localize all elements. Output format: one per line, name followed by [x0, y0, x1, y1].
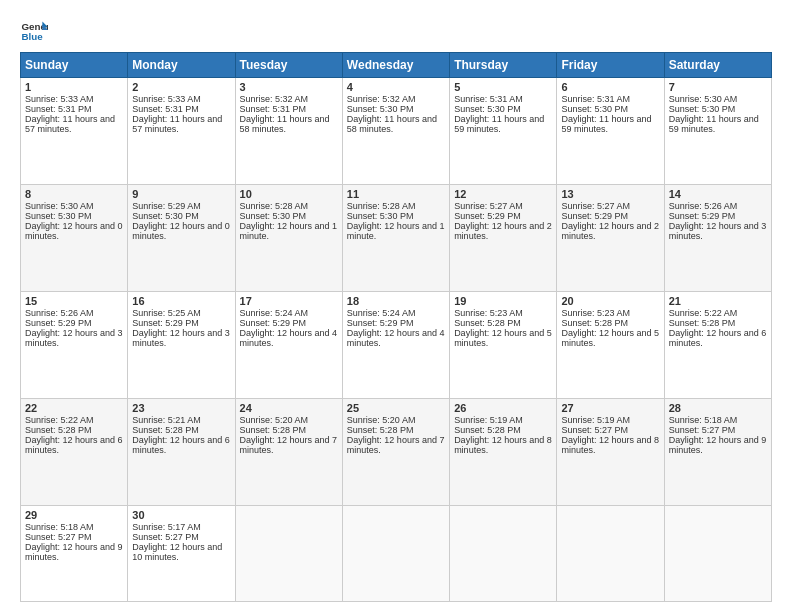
calendar-cell: 22Sunrise: 5:22 AMSunset: 5:28 PMDayligh… [21, 398, 128, 505]
day-number: 23 [132, 402, 230, 414]
day-info: Daylight: 11 hours and 59 minutes. [561, 114, 659, 134]
day-number: 22 [25, 402, 123, 414]
day-number: 14 [669, 188, 767, 200]
day-info: Sunset: 5:30 PM [25, 211, 123, 221]
day-info: Sunset: 5:30 PM [347, 211, 445, 221]
calendar-cell: 19Sunrise: 5:23 AMSunset: 5:28 PMDayligh… [450, 291, 557, 398]
day-info: Sunrise: 5:30 AM [669, 94, 767, 104]
day-info: Sunset: 5:31 PM [132, 104, 230, 114]
day-info: Daylight: 12 hours and 9 minutes. [25, 542, 123, 562]
day-number: 28 [669, 402, 767, 414]
calendar-cell: 6Sunrise: 5:31 AMSunset: 5:30 PMDaylight… [557, 78, 664, 185]
day-info: Daylight: 12 hours and 1 minute. [240, 221, 338, 241]
page: General Blue SundayMondayTuesdayWednesda… [0, 0, 792, 612]
calendar-cell [557, 505, 664, 601]
day-info: Sunset: 5:28 PM [454, 318, 552, 328]
day-info: Sunset: 5:30 PM [240, 211, 338, 221]
calendar-cell: 28Sunrise: 5:18 AMSunset: 5:27 PMDayligh… [664, 398, 771, 505]
day-number: 21 [669, 295, 767, 307]
calendar-cell: 10Sunrise: 5:28 AMSunset: 5:30 PMDayligh… [235, 184, 342, 291]
calendar-cell: 9Sunrise: 5:29 AMSunset: 5:30 PMDaylight… [128, 184, 235, 291]
day-info: Sunrise: 5:18 AM [25, 522, 123, 532]
day-number: 18 [347, 295, 445, 307]
calendar-cell: 20Sunrise: 5:23 AMSunset: 5:28 PMDayligh… [557, 291, 664, 398]
day-info: Sunset: 5:29 PM [561, 211, 659, 221]
logo: General Blue [20, 16, 52, 44]
day-info: Sunset: 5:30 PM [454, 104, 552, 114]
day-info: Sunset: 5:30 PM [132, 211, 230, 221]
calendar-cell: 14Sunrise: 5:26 AMSunset: 5:29 PMDayligh… [664, 184, 771, 291]
day-info: Sunrise: 5:25 AM [132, 308, 230, 318]
day-info: Sunset: 5:28 PM [132, 425, 230, 435]
day-info: Daylight: 12 hours and 8 minutes. [454, 435, 552, 455]
day-header-wednesday: Wednesday [342, 53, 449, 78]
day-info: Sunrise: 5:22 AM [25, 415, 123, 425]
day-info: Sunrise: 5:28 AM [240, 201, 338, 211]
day-info: Sunset: 5:28 PM [240, 425, 338, 435]
day-number: 10 [240, 188, 338, 200]
day-info: Sunset: 5:30 PM [347, 104, 445, 114]
day-number: 12 [454, 188, 552, 200]
day-number: 13 [561, 188, 659, 200]
day-info: Daylight: 12 hours and 6 minutes. [25, 435, 123, 455]
day-info: Daylight: 11 hours and 57 minutes. [132, 114, 230, 134]
day-info: Sunrise: 5:28 AM [347, 201, 445, 211]
day-info: Sunrise: 5:32 AM [240, 94, 338, 104]
calendar-cell: 30Sunrise: 5:17 AMSunset: 5:27 PMDayligh… [128, 505, 235, 601]
day-info: Sunset: 5:30 PM [561, 104, 659, 114]
week-row-3: 22Sunrise: 5:22 AMSunset: 5:28 PMDayligh… [21, 398, 772, 505]
day-number: 17 [240, 295, 338, 307]
day-number: 3 [240, 81, 338, 93]
day-info: Sunset: 5:27 PM [669, 425, 767, 435]
calendar-cell: 7Sunrise: 5:30 AMSunset: 5:30 PMDaylight… [664, 78, 771, 185]
day-info: Sunset: 5:29 PM [132, 318, 230, 328]
day-info: Daylight: 12 hours and 3 minutes. [25, 328, 123, 348]
day-number: 16 [132, 295, 230, 307]
day-info: Daylight: 12 hours and 7 minutes. [240, 435, 338, 455]
day-header-thursday: Thursday [450, 53, 557, 78]
day-info: Sunrise: 5:19 AM [454, 415, 552, 425]
week-row-2: 15Sunrise: 5:26 AMSunset: 5:29 PMDayligh… [21, 291, 772, 398]
day-info: Sunrise: 5:30 AM [25, 201, 123, 211]
calendar-cell: 25Sunrise: 5:20 AMSunset: 5:28 PMDayligh… [342, 398, 449, 505]
day-info: Sunset: 5:31 PM [25, 104, 123, 114]
day-number: 24 [240, 402, 338, 414]
day-info: Daylight: 12 hours and 6 minutes. [669, 328, 767, 348]
day-info: Sunrise: 5:26 AM [25, 308, 123, 318]
day-info: Sunset: 5:31 PM [240, 104, 338, 114]
calendar-cell: 26Sunrise: 5:19 AMSunset: 5:28 PMDayligh… [450, 398, 557, 505]
calendar-cell: 1Sunrise: 5:33 AMSunset: 5:31 PMDaylight… [21, 78, 128, 185]
day-header-tuesday: Tuesday [235, 53, 342, 78]
day-info: Sunrise: 5:27 AM [561, 201, 659, 211]
day-info: Daylight: 12 hours and 1 minute. [347, 221, 445, 241]
day-number: 2 [132, 81, 230, 93]
calendar-cell [450, 505, 557, 601]
header: General Blue [20, 16, 772, 44]
day-info: Sunrise: 5:20 AM [347, 415, 445, 425]
day-info: Daylight: 12 hours and 8 minutes. [561, 435, 659, 455]
day-number: 4 [347, 81, 445, 93]
day-info: Sunrise: 5:33 AM [132, 94, 230, 104]
day-number: 7 [669, 81, 767, 93]
day-info: Daylight: 12 hours and 4 minutes. [347, 328, 445, 348]
day-info: Sunrise: 5:18 AM [669, 415, 767, 425]
day-info: Daylight: 11 hours and 57 minutes. [25, 114, 123, 134]
day-number: 15 [25, 295, 123, 307]
day-number: 5 [454, 81, 552, 93]
day-number: 29 [25, 509, 123, 521]
calendar-cell: 29Sunrise: 5:18 AMSunset: 5:27 PMDayligh… [21, 505, 128, 601]
calendar-cell: 5Sunrise: 5:31 AMSunset: 5:30 PMDaylight… [450, 78, 557, 185]
week-row-0: 1Sunrise: 5:33 AMSunset: 5:31 PMDaylight… [21, 78, 772, 185]
day-info: Daylight: 12 hours and 5 minutes. [561, 328, 659, 348]
logo-icon: General Blue [20, 16, 48, 44]
calendar-cell: 15Sunrise: 5:26 AMSunset: 5:29 PMDayligh… [21, 291, 128, 398]
day-info: Sunrise: 5:29 AM [132, 201, 230, 211]
day-info: Sunrise: 5:31 AM [561, 94, 659, 104]
day-info: Daylight: 12 hours and 9 minutes. [669, 435, 767, 455]
day-info: Sunset: 5:29 PM [454, 211, 552, 221]
day-info: Sunset: 5:30 PM [669, 104, 767, 114]
day-info: Sunset: 5:29 PM [669, 211, 767, 221]
day-number: 25 [347, 402, 445, 414]
day-info: Daylight: 11 hours and 59 minutes. [669, 114, 767, 134]
day-info: Sunrise: 5:33 AM [25, 94, 123, 104]
